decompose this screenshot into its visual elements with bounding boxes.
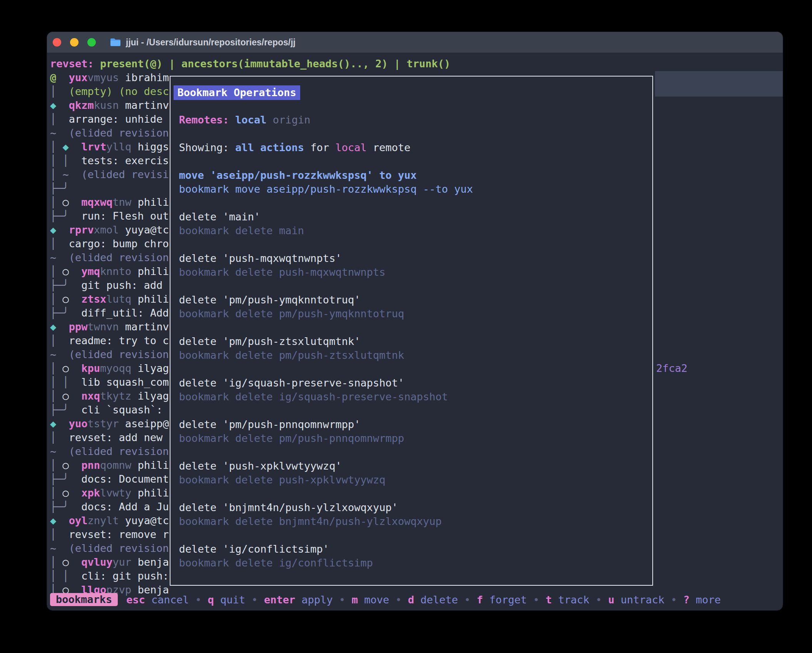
shortcut-separator: • (333, 594, 352, 606)
bookmark-action-command: bookmark delete push-xpklvwtyywzq (173, 473, 652, 487)
shortcut-label-forget: forget (489, 594, 527, 606)
bookmark-action-list: move 'aseipp/push-rozzkwwkspsq' to yuxbo… (173, 168, 652, 584)
status-bar: bookmarks esc cancel • q quit • enter ap… (50, 593, 721, 606)
shortcut-key-apply: enter (264, 594, 295, 606)
bookmark-action-command: bookmark delete ig/squash-preserve-snaps… (173, 390, 652, 404)
shortcut-label-quit: quit (220, 594, 245, 606)
showing-row: Showing: all actions for local remote (173, 141, 652, 155)
showing-mid: for (304, 142, 335, 153)
shortcut-separator: • (458, 594, 477, 606)
bookmark-action-command: bookmark delete bnjmnt4n/push-ylzlxowqxy… (173, 515, 652, 528)
shortcut-label-untrack: untrack (621, 594, 665, 606)
showing-suffix: remote (367, 142, 411, 153)
remotes-label: Remotes: (179, 114, 229, 126)
terminal-content: revset: present(@) | ancestors(immutable… (47, 53, 783, 610)
shortcut-separator: • (527, 594, 546, 606)
shortcut-key-more: ? (683, 594, 689, 606)
shortcut-separator: • (189, 594, 208, 606)
remote-option-origin[interactable]: origin (273, 114, 311, 126)
bookmark-action[interactable]: delete 'pm/push-ztsxlutqmtnk' (173, 335, 652, 348)
shortcut-label-more: more (696, 594, 721, 606)
commit-id-fragment: 2fca2 (656, 361, 687, 375)
shortcut-list: esc cancel • q quit • enter apply • m mo… (126, 594, 721, 606)
bookmark-action-command: bookmark delete pm/push-ymqknntotruq (173, 307, 652, 321)
mode-badge: bookmarks (50, 593, 118, 606)
shortcut-separator: • (665, 594, 683, 606)
shortcut-label-move: move (364, 594, 389, 606)
shortcut-key-forget: f (477, 594, 483, 606)
bookmark-action-command: bookmark delete main (173, 224, 652, 238)
shortcut-key-move: m (352, 594, 358, 606)
shortcut-label-apply: apply (302, 594, 333, 606)
remotes-options: local origin (229, 114, 310, 126)
dialog-title: Bookmark Operations (174, 85, 300, 100)
bookmark-action[interactable]: delete 'ig/conflictsimp' (173, 542, 652, 556)
traffic-lights (53, 38, 96, 47)
bookmark-action[interactable]: delete 'main' (173, 210, 652, 224)
folder-icon (110, 38, 121, 47)
revset-value: present(@) | ancestors(immutable_heads()… (94, 58, 451, 70)
remotes-row: Remotes: local origin (173, 113, 652, 127)
zoom-button[interactable] (87, 38, 96, 47)
shortcut-key-untrack: u (608, 594, 614, 606)
window-title: jjui - /Users/idursun/repositories/repos… (126, 37, 296, 48)
shortcut-key-cancel: esc (126, 594, 145, 606)
close-button[interactable] (53, 38, 61, 47)
bookmark-operations-dialog: Bookmark Operations Remotes: local origi… (170, 76, 653, 586)
bookmark-action[interactable]: delete 'pm/push-ymqknntotruq' (173, 293, 652, 307)
bookmark-action-command: bookmark delete push-mqxwqtnwnpts (173, 265, 652, 279)
revset-label: revset: (50, 58, 94, 70)
bookmark-action-command: bookmark delete pm/push-pnnqomnwrmpp (173, 431, 652, 445)
shortcut-label-cancel: cancel (151, 594, 189, 606)
bookmark-action[interactable]: delete 'push-mqxwqtnwnpts' (173, 252, 652, 265)
showing-prefix: Showing: (179, 142, 235, 153)
shortcut-key-delete: d (408, 594, 414, 606)
shortcut-key-quit: q (208, 594, 214, 606)
titlebar[interactable]: jjui - /Users/idursun/repositories/repos… (47, 32, 783, 53)
selected-row-highlight (655, 71, 783, 97)
minimize-button[interactable] (70, 38, 79, 47)
shortcut-separator: • (389, 594, 408, 606)
bookmark-action[interactable]: delete 'push-xpklvwtyywzq' (173, 459, 652, 473)
showing-filter: all actions (235, 142, 304, 153)
shortcut-label-track: track (558, 594, 589, 606)
bookmark-action[interactable]: delete 'pm/push-pnnqomnwrmpp' (173, 418, 652, 431)
bookmark-action[interactable]: move 'aseipp/push-rozzkwwkspsq' to yux (173, 168, 652, 182)
showing-remote: local (335, 142, 366, 153)
shortcut-key-track: t (546, 594, 552, 606)
remote-option-local[interactable]: local (235, 114, 266, 126)
revset-bar[interactable]: revset: present(@) | ancestors(immutable… (50, 57, 783, 71)
shortcut-label-delete: delete (421, 594, 458, 606)
bookmark-action-command: bookmark delete ig/conflictsimp (173, 556, 652, 570)
bookmark-action[interactable]: delete 'ig/squash-preserve-snapshot' (173, 376, 652, 390)
bookmark-action-command: bookmark move aseipp/push-rozzkwwkspsq -… (173, 182, 652, 196)
shortcut-separator: • (590, 594, 608, 606)
shortcut-separator: • (245, 594, 264, 606)
bookmark-action-command: bookmark delete pm/push-ztsxlutqmtnk (173, 348, 652, 362)
bookmark-action[interactable]: delete 'bnjmnt4n/push-ylzlxowqxyup' (173, 501, 652, 515)
terminal-window: jjui - /Users/idursun/repositories/repos… (47, 32, 783, 611)
